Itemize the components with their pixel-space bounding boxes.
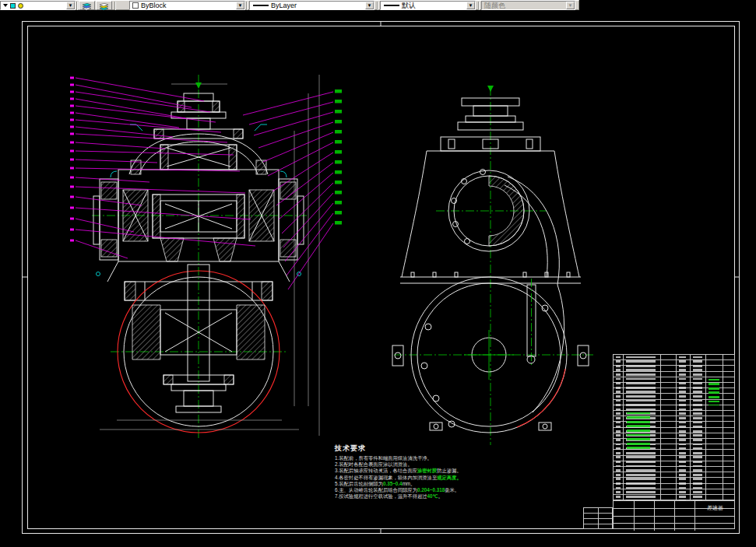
drawing-canvas[interactable]: 技术要求 1.装配前，所有零件和端面用煤油清洗干净。 2.装配时各配合表面应涂以… xyxy=(0,0,756,547)
tech-req-line: 2.装配时各配合表面应涂以润滑油。 xyxy=(335,461,529,468)
chevron-down-icon[interactable]: ▼ xyxy=(236,2,244,9)
tech-req-title: 技术要求 xyxy=(335,444,529,454)
chevron-down-icon[interactable]: ▼ xyxy=(365,2,374,9)
chevron-down-icon[interactable]: ▼ xyxy=(466,2,475,9)
title-block-footer: 差速器 xyxy=(614,500,734,530)
tech-req-line: 5.装配后齿轮副侧隙为0.35~0.4mm。 xyxy=(335,481,529,487)
tech-req-line: 3.装配后轴承应转动灵活，各结合面应涂密封胶防止渗漏。 xyxy=(335,468,529,474)
linetype-line-icon xyxy=(253,5,269,6)
parts-list xyxy=(614,355,734,500)
lineweight-line-icon xyxy=(384,5,399,6)
linetype-combo[interactable]: ByLayer ▼ xyxy=(249,1,374,10)
layer-manager-button[interactable] xyxy=(79,1,95,10)
side-view xyxy=(392,86,593,445)
color-combo-value: ByBlock xyxy=(139,2,236,9)
plotstyle-combo: 随颜色 ▼ xyxy=(481,1,575,10)
tech-req-line: 6.主、从动锥齿轮装配后啮合间隙应为0.204~0.318毫米。 xyxy=(335,487,529,493)
layer-states-button[interactable] xyxy=(96,1,112,10)
section-arrow-icon xyxy=(487,86,494,92)
layer-status-icon xyxy=(10,3,16,9)
overflow-chevron-icon xyxy=(3,4,8,7)
chevron-down-icon[interactable]: ▼ xyxy=(66,2,75,9)
color-swatch-icon xyxy=(132,2,139,9)
cad-application-window: ▼ ByBlock ▼ ByLayer xyxy=(0,0,756,547)
tech-req-line: 4.各密封处不得有渗漏现象，箱体内加润滑油至规定高度。 xyxy=(335,475,529,481)
chevron-down-icon: ▼ xyxy=(566,2,575,9)
color-combo[interactable]: ByBlock ▼ xyxy=(129,1,245,10)
layer-combo[interactable]: ▼ xyxy=(0,1,76,10)
toolbar-separator xyxy=(377,2,378,10)
plotstyle-combo-value: 随颜色 xyxy=(482,2,566,9)
toolbar-separator xyxy=(478,2,480,10)
layer-bulb-icon xyxy=(18,3,23,9)
layer-colors-icon xyxy=(97,3,111,11)
section-arrow-icon xyxy=(195,82,202,89)
toolbar-separator xyxy=(76,2,78,10)
title-block: 差速器 xyxy=(613,354,735,529)
revision-table xyxy=(583,507,613,529)
technical-requirements: 技术要求 1.装配前，所有零件和端面用煤油清洗干净。 2.装配时各配合表面应涂以… xyxy=(335,444,529,500)
linetype-combo-value: ByLayer xyxy=(269,2,365,9)
part-name: 差速器 xyxy=(696,504,734,512)
tech-req-line: 7.按试验规程进行空载试验，温升不得超过40℃。 xyxy=(335,493,529,500)
object-properties-toolbar: ▼ ByBlock ▼ ByLayer xyxy=(0,0,579,10)
tech-req-line: 1.装配前，所有零件和端面用煤油清洗干净。 xyxy=(335,455,529,461)
toolbar-separator xyxy=(114,2,116,10)
lineweight-combo-value: 默认 xyxy=(399,2,466,9)
layers-icon xyxy=(80,3,93,11)
lineweight-combo[interactable]: 默认 ▼ xyxy=(380,1,476,10)
toolbar-separator xyxy=(246,2,248,10)
